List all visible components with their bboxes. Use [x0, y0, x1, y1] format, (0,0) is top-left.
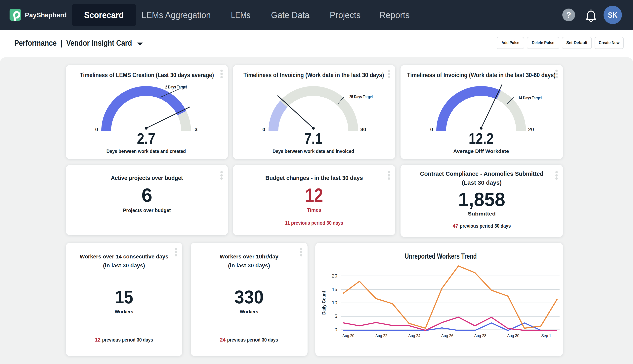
- svg-text:Aug 26: Aug 26: [441, 333, 454, 338]
- svg-text:Budget changes - in the last 3: Budget changes - in the last 30 days: [265, 175, 363, 181]
- svg-text:Days between work date and inv: Days between work date and invoiced: [273, 149, 354, 154]
- svg-text:previous period 30 days: previous period 30 days: [102, 337, 153, 343]
- svg-text:Timeliness of LEMS Creation (L: Timeliness of LEMS Creation (Last 30 day…: [80, 71, 214, 78]
- svg-text:Average Diff Workdate: Average Diff Workdate: [453, 149, 509, 154]
- svg-text:LEMs: LEMs: [231, 10, 250, 20]
- svg-text:Aug 22: Aug 22: [375, 333, 387, 338]
- svg-text:(in last 30 days): (in last 30 days): [228, 262, 270, 268]
- svg-text:Workers over 10hr/day: Workers over 10hr/day: [220, 254, 279, 260]
- svg-text:(Last 30 days): (Last 30 days): [462, 180, 502, 186]
- svg-text:12.2: 12.2: [469, 130, 494, 147]
- svg-text:Workers: Workers: [115, 309, 133, 314]
- svg-text:0: 0: [335, 327, 337, 332]
- svg-text:11 previous period 30 days: 11 previous period 30 days: [285, 220, 343, 226]
- svg-text:2 Days Target: 2 Days Target: [165, 84, 187, 90]
- svg-text:Aug 30: Aug 30: [507, 333, 519, 338]
- svg-text:Reports: Reports: [379, 10, 410, 20]
- svg-text:Submitted: Submitted: [468, 211, 496, 217]
- svg-text:Daily Count: Daily Count: [321, 291, 326, 315]
- svg-text:Projects: Projects: [330, 10, 361, 20]
- svg-text:20: 20: [332, 273, 337, 278]
- svg-text:Gate Data: Gate Data: [271, 10, 310, 20]
- svg-text:Timeliness of Invoicing (Work: Timeliness of Invoicing (Work date in th…: [244, 71, 384, 78]
- svg-text:Workers over 14 consecutive da: Workers over 14 consecutive days: [80, 254, 168, 260]
- svg-text:PayShepherd: PayShepherd: [25, 11, 67, 19]
- svg-text:30: 30: [360, 126, 366, 132]
- svg-text:2.7: 2.7: [137, 130, 155, 147]
- svg-text:SK: SK: [608, 11, 617, 19]
- svg-text:15: 15: [332, 287, 337, 292]
- svg-text:Timeliness of Invoicing (Work: Timeliness of Invoicing (Work date in th…: [407, 71, 556, 78]
- svg-text:Aug 20: Aug 20: [342, 333, 354, 338]
- svg-text:0: 0: [430, 126, 433, 132]
- svg-text:Days between work date and cre: Days between work date and created: [106, 149, 186, 154]
- svg-text:previous period 30 days: previous period 30 days: [460, 223, 511, 229]
- svg-text:0: 0: [262, 126, 265, 132]
- svg-text:7.1: 7.1: [304, 130, 322, 147]
- svg-text:Delete Pulse: Delete Pulse: [532, 40, 554, 45]
- svg-text:Performance | Vendor Insight: Performance | Vendor Insight Card: [14, 38, 132, 48]
- svg-text:6: 6: [141, 184, 152, 206]
- svg-text:Aug 28: Aug 28: [474, 333, 486, 338]
- svg-text:Active projects over budget: Active projects over budget: [111, 175, 183, 181]
- svg-text:?: ?: [566, 10, 571, 19]
- svg-text:previous period 30 days: previous period 30 days: [227, 337, 278, 343]
- svg-text:330: 330: [235, 287, 264, 307]
- svg-text:14 Days Target: 14 Days Target: [518, 96, 542, 100]
- svg-text:24: 24: [220, 337, 226, 343]
- svg-text:LEMs Aggregation: LEMs Aggregation: [141, 10, 211, 20]
- svg-text:25 Days Target: 25 Days Target: [349, 94, 373, 99]
- svg-text:12: 12: [95, 337, 101, 343]
- svg-text:Scorecard: Scorecard: [84, 10, 124, 20]
- svg-text:1,858: 1,858: [458, 188, 505, 210]
- svg-text:(in last 30 days): (in last 30 days): [103, 262, 145, 268]
- svg-text:Add Pulse: Add Pulse: [502, 40, 519, 45]
- svg-text:Unreported Workers Trend: Unreported Workers Trend: [405, 252, 477, 260]
- svg-text:Create New: Create New: [599, 40, 620, 45]
- svg-text:3: 3: [195, 126, 197, 132]
- svg-text:Workers: Workers: [240, 309, 258, 314]
- svg-text:Set Default: Set Default: [566, 40, 588, 45]
- svg-text:15: 15: [115, 287, 133, 307]
- svg-text:Contract Compliance - Anomolie: Contract Compliance - Anomolies Submitte…: [420, 170, 543, 177]
- svg-text:10: 10: [332, 300, 337, 305]
- svg-text:5: 5: [335, 314, 337, 319]
- svg-text:Times: Times: [307, 207, 321, 213]
- svg-text:Sep 1: Sep 1: [541, 333, 551, 338]
- svg-text:Projects over budget: Projects over budget: [123, 208, 171, 213]
- svg-text:12: 12: [305, 184, 323, 206]
- svg-text:0: 0: [95, 126, 98, 132]
- svg-text:20: 20: [528, 126, 534, 132]
- svg-text:47: 47: [453, 223, 458, 229]
- svg-text:Aug 24: Aug 24: [408, 333, 420, 338]
